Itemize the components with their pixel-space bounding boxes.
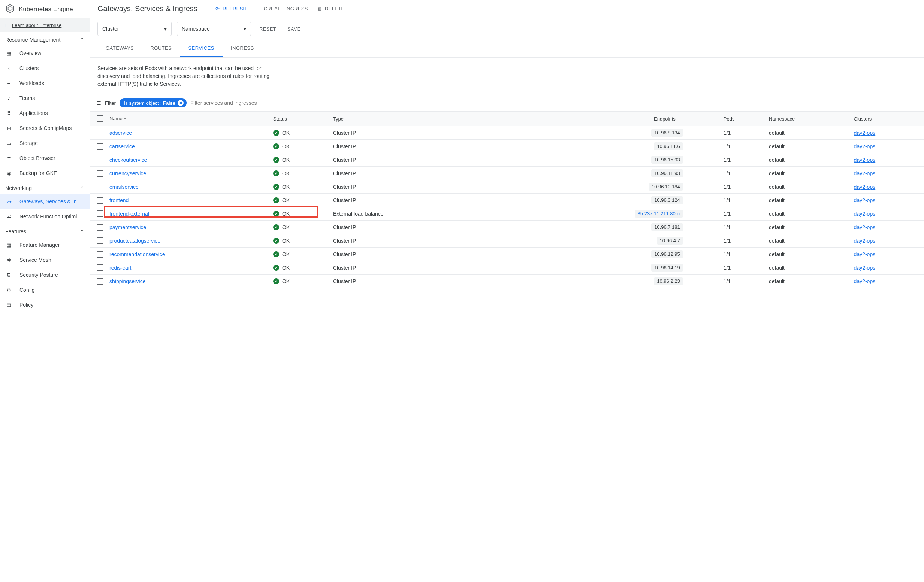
endpoint-external[interactable]: 35.237.11.211:80⧉ (635, 210, 683, 218)
cluster-link[interactable]: day2-ops (854, 143, 876, 150)
cluster-link[interactable]: day2-ops (854, 251, 876, 257)
service-name-link[interactable]: redis-cart (109, 265, 131, 271)
section-networking[interactable]: Networking ⌄ (0, 181, 89, 194)
row-checkbox[interactable] (97, 183, 104, 190)
endpoint-badge: 10.96.4.7 (657, 237, 683, 244)
nav-gateways-services-ingress[interactable]: ⊶Gateways, Services & Ingre… (0, 194, 89, 209)
row-checkbox[interactable] (97, 157, 104, 163)
cluster-dropdown[interactable]: Cluster▾ (97, 22, 172, 36)
delete-button[interactable]: 🗑DELETE (317, 6, 345, 12)
service-name-link[interactable]: frontend-external (109, 211, 149, 217)
col-clusters[interactable]: Clusters (851, 112, 924, 126)
cluster-link[interactable]: day2-ops (854, 157, 876, 163)
select-all-checkbox[interactable] (97, 115, 104, 122)
service-name-link[interactable]: paymentservice (109, 224, 146, 230)
row-checkbox[interactable] (97, 170, 104, 177)
nav-policy[interactable]: ▤Policy (0, 297, 89, 312)
nav-overview[interactable]: ▦Overview (0, 46, 89, 61)
type-cell: Cluster IP (330, 221, 485, 234)
tab-services[interactable]: SERVICES (180, 40, 223, 57)
namespace-dropdown[interactable]: Namespace▾ (177, 22, 251, 36)
row-checkbox[interactable] (97, 197, 104, 204)
cluster-link[interactable]: day2-ops (854, 197, 876, 203)
cluster-link[interactable]: day2-ops (854, 278, 876, 284)
tab-gateways[interactable]: GATEWAYS (97, 40, 142, 57)
save-button[interactable]: SAVE (284, 26, 304, 32)
nav-service-mesh[interactable]: ✱Service Mesh (0, 252, 89, 267)
filter-icon: ☰ (97, 101, 101, 106)
row-checkbox[interactable] (97, 224, 104, 231)
service-name-link[interactable]: frontend (109, 197, 129, 203)
namespace-cell: default (766, 221, 851, 234)
status-cell: OK (273, 238, 327, 244)
nav-clusters[interactable]: ⁘Clusters (0, 61, 89, 76)
row-checkbox[interactable] (97, 264, 104, 271)
service-name-link[interactable]: recommendationservice (109, 251, 165, 257)
nav-storage[interactable]: ▭Storage (0, 135, 89, 150)
nav-backup[interactable]: ◉Backup for GKE (0, 165, 89, 181)
tab-routes[interactable]: ROUTES (142, 40, 180, 57)
filter-input[interactable] (190, 100, 288, 106)
type-cell: Cluster IP (330, 275, 485, 288)
nav-object-browser[interactable]: ≣Object Browser (0, 150, 89, 165)
nav-workloads[interactable]: ▪▪Workloads (0, 76, 89, 91)
chip-close-icon[interactable]: ✕ (178, 100, 183, 106)
cluster-link[interactable]: day2-ops (854, 211, 876, 217)
nav-network-function[interactable]: ⇄Network Function Optimiz… (0, 209, 89, 224)
mesh-icon: ✱ (5, 256, 13, 264)
col-pods[interactable]: Pods (721, 112, 766, 126)
col-endpoints[interactable]: Endpoints (485, 112, 721, 126)
section-resource-management[interactable]: Resource Management ⌄ (0, 32, 89, 46)
row-checkbox[interactable] (97, 130, 104, 136)
refresh-button[interactable]: ⟳REFRESH (215, 6, 247, 12)
sidebar-title: Kubernetes Engine (19, 6, 73, 13)
status-ok-icon (273, 197, 279, 203)
row-checkbox[interactable] (97, 211, 104, 217)
section-features[interactable]: Features ⌄ (0, 224, 89, 237)
type-cell: Cluster IP (330, 234, 485, 247)
cluster-link[interactable]: day2-ops (854, 265, 876, 271)
enterprise-link[interactable]: E Learn about Enterprise (0, 18, 89, 32)
service-name-link[interactable]: cartservice (109, 143, 135, 150)
col-status[interactable]: Status (270, 112, 330, 126)
service-name-link[interactable]: shippingservice (109, 278, 146, 284)
service-name-link[interactable]: emailservice (109, 184, 139, 190)
table-row: cartservice OK Cluster IP 10.96.11.6 1/1… (90, 140, 924, 153)
cluster-link[interactable]: day2-ops (854, 170, 876, 176)
table-row: redis-cart OK Cluster IP 10.96.14.19 1/1… (90, 261, 924, 275)
nav-applications[interactable]: ⠿Applications (0, 106, 89, 120)
nav-security-posture[interactable]: ⛨Security Posture (0, 267, 89, 282)
row-checkbox[interactable] (97, 251, 104, 258)
status-cell: OK (273, 224, 327, 230)
filter-chip[interactable]: Is system object : False ✕ (119, 99, 186, 107)
cluster-link[interactable]: day2-ops (854, 224, 876, 230)
service-name-link[interactable]: adservice (109, 130, 132, 136)
col-namespace[interactable]: Namespace (766, 112, 851, 126)
pods-cell: 1/1 (721, 261, 766, 275)
reset-button[interactable]: RESET (256, 26, 279, 32)
tab-ingress[interactable]: INGRESS (223, 40, 262, 57)
cluster-link[interactable]: day2-ops (854, 238, 876, 244)
workloads-icon: ▪▪ (5, 79, 13, 87)
object-browser-icon: ≣ (5, 154, 13, 162)
row-checkbox[interactable] (97, 237, 104, 244)
type-cell: Cluster IP (330, 261, 485, 275)
refresh-icon: ⟳ (215, 6, 219, 12)
row-checkbox[interactable] (97, 278, 104, 285)
cluster-link[interactable]: day2-ops (854, 130, 876, 136)
create-ingress-button[interactable]: ＋CREATE INGRESS (256, 6, 308, 12)
service-name-link[interactable]: checkoutservice (109, 157, 147, 163)
col-type[interactable]: Type (330, 112, 485, 126)
nav-secrets[interactable]: ⊞Secrets & ConfigMaps (0, 120, 89, 135)
status-ok-icon (273, 157, 279, 163)
sort-asc-icon: ↑ (124, 116, 126, 122)
nav-config[interactable]: ⚙Config (0, 282, 89, 297)
service-name-link[interactable]: currencyservice (109, 170, 146, 176)
nav-feature-manager[interactable]: ▦Feature Manager (0, 237, 89, 252)
cluster-link[interactable]: day2-ops (854, 184, 876, 190)
row-checkbox[interactable] (97, 143, 104, 150)
nav-teams[interactable]: ⛬Teams (0, 91, 89, 106)
external-link-icon: ⧉ (677, 212, 680, 216)
service-name-link[interactable]: productcatalogservice (109, 238, 160, 244)
col-name[interactable]: Name ↑ (106, 112, 270, 126)
